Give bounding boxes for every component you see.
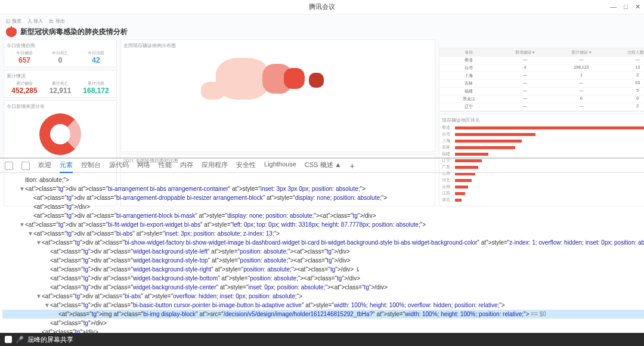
devtools-tab[interactable]: 网络	[137, 158, 150, 173]
sharer-name: 屈峰的屏幕共享	[27, 335, 73, 344]
table-header[interactable]: 新增确诊 ▾	[497, 50, 553, 55]
devtools-tab[interactable]: 性能	[159, 158, 172, 173]
map-title: 全国现存确诊病例分布图	[123, 42, 432, 49]
window-titlebar: 腾讯会议 — □ ✕	[0, 0, 644, 14]
kpi-value: 168,172	[78, 86, 114, 95]
table-row: 香港—————	[439, 57, 644, 64]
maximize-button[interactable]: □	[624, 3, 628, 11]
inspect-icon[interactable]	[5, 162, 13, 170]
dom-line[interactable]: ▼<at">class="tg">div at">class="bi-fit-w…	[2, 220, 644, 229]
table-header[interactable]: 治愈人数 ▾	[609, 50, 644, 55]
table-row: 辽宁——2——	[439, 103, 644, 111]
dom-line[interactable]: ▼<at">class="tg">div at">class="bi-basic…	[2, 301, 644, 310]
toolbar-item[interactable]: ◱ 预览	[6, 18, 21, 24]
bar-item: 台湾	[442, 131, 644, 137]
data-source: 数据来源: 中国国家卫生健康委员会官方数据	[439, 39, 644, 45]
table-header[interactable]: 累计确诊 ▾	[553, 50, 609, 55]
table-row: 福建——5——	[439, 88, 644, 95]
dom-line[interactable]: <at">class="tg">div at">class="widget-ba…	[2, 265, 644, 274]
bar-item: 福建	[442, 151, 644, 157]
kpi-label: 今日死亡	[42, 50, 78, 56]
devtools-tab[interactable]: 安全性	[236, 158, 256, 173]
toolbar-item[interactable]: 入 导入	[27, 18, 43, 24]
mic-icon[interactable]: 🎤	[16, 336, 24, 344]
bar-item: 香港	[442, 125, 644, 131]
toolbar-item[interactable]: 出 导出	[49, 18, 64, 24]
kpi-label: 累计治愈	[78, 81, 114, 86]
devtools-tab[interactable]: 控制台	[81, 158, 101, 173]
dom-line[interactable]: ▼<at">class="tg">div at">class="bi-abs" …	[2, 292, 644, 301]
kpi-value: 12,911	[42, 86, 78, 95]
devtools-tabs: 欢迎元素控制台源代码网络性能内存应用程序安全性LighthouseCSS 概述 …	[0, 159, 644, 173]
panel-map: 全国现存确诊病例分布图	[120, 39, 435, 152]
kpi-label: 今日确诊	[7, 50, 42, 56]
dom-line[interactable]: ition: absolute;">	[2, 175, 644, 184]
dashboard-title: 新型冠状病毒感染的肺炎疫情分析	[20, 27, 128, 37]
panel-title: 现存确诊地区排名	[442, 117, 644, 123]
dom-line[interactable]: <at">class="tg">div at">class="widget-ba…	[2, 274, 644, 283]
lungs-icon	[6, 27, 17, 37]
kpi-value: 42	[78, 56, 114, 64]
dashboard-title-row: 新型冠状病毒感染的肺炎疫情分析 2022-03-26 21:51:3	[4, 24, 644, 39]
dashboard-frame: ◱ 预览入 导入出 导出 新型冠状病毒感染的肺炎疫情分析 2022-03-26 …	[0, 14, 644, 157]
donut-chart	[39, 113, 81, 155]
bar-item: 上海	[442, 138, 644, 144]
device-icon[interactable]	[21, 162, 30, 170]
dom-tree[interactable]: ition: absolute;">▼<at">class="tg">div a…	[0, 173, 644, 346]
panel-title: 今日新增来源分布	[7, 103, 114, 110]
dom-line[interactable]: <at">class="tg">div at">class="widget-ba…	[2, 283, 644, 292]
add-tab-button[interactable]: +	[349, 161, 354, 171]
devtools-tab[interactable]: 源代码	[109, 158, 129, 173]
dom-line[interactable]: <at">class="tg">div at">class="bi-arrang…	[2, 211, 644, 220]
window-controls: — □ ✕	[610, 3, 640, 11]
kpi-label: 累计确诊	[7, 81, 42, 86]
devtools-tab[interactable]: 元素	[60, 158, 73, 173]
dashboard-toolbar: ◱ 预览入 导入出 导出	[4, 18, 644, 24]
table-header[interactable]: 省份	[441, 50, 497, 55]
table-row: 吉林——63——	[439, 80, 644, 88]
data-table: 省份新增确诊 ▾累计确诊 ▾治愈人数 ▾死亡人数 ▾本月新增 香港—————台湾…	[439, 48, 644, 112]
dom-line[interactable]: <at">class="tg">div at">class="widget-ba…	[2, 247, 644, 256]
panel-today: 今日疫情趋势 今日确诊657今日死亡0今日治愈42	[4, 39, 117, 67]
dom-line[interactable]: <at">class="tg">/div>	[2, 202, 644, 211]
kpi-value: 452,285	[7, 86, 42, 95]
bar-item: 吉林	[442, 144, 644, 150]
dom-line[interactable]: <at">class="tg">/div>	[2, 328, 644, 336]
dom-line[interactable]: <at">class="tg">div at">class="widget-ba…	[2, 256, 644, 265]
table-row: 上海—12——	[439, 72, 644, 80]
table-row: 黑龙江—600—	[439, 95, 644, 103]
devtools-tab[interactable]: 应用程序	[202, 158, 228, 173]
dom-line[interactable]: ▼<at">class="tg">div at">class="bi-arran…	[2, 184, 644, 193]
dom-line[interactable]: ▼<at">class="tg">div at">class="bi-show-…	[2, 238, 644, 247]
panel-total: 累计情况 累计确诊452,285累计死亡12,911累计治愈168,172	[4, 70, 117, 98]
kpi-label: 今日治愈	[78, 50, 114, 56]
window-title: 腾讯会议	[309, 2, 335, 11]
table-row: 台湾4198,1231301	[439, 64, 644, 72]
minimize-button[interactable]: —	[610, 3, 617, 11]
dom-line[interactable]: <at">class="tg">/div>	[2, 319, 644, 328]
devtools-tab[interactable]: CSS 概述 ▲	[305, 158, 342, 173]
kpi-label: 累计死亡	[42, 81, 78, 86]
devtools: 欢迎元素控制台源代码网络性能内存应用程序安全性LighthouseCSS 概述 …	[0, 157, 644, 346]
panel-title: 累计情况	[7, 73, 114, 79]
kpi-value: 0	[42, 56, 78, 64]
devtools-tab[interactable]: Lighthouse	[264, 158, 296, 173]
dom-line[interactable]: <at">class="tg">img at">class="bi-img di…	[2, 310, 644, 319]
avatar-icon	[5, 336, 12, 343]
devtools-tab[interactable]: 内存	[180, 158, 193, 173]
dom-line[interactable]: <at">class="tg">div at">class="bi-arrang…	[2, 193, 644, 202]
close-button[interactable]: ✕	[635, 3, 640, 11]
devtools-tab[interactable]: 欢迎	[38, 158, 51, 173]
map-canvas	[123, 49, 432, 109]
dom-line[interactable]: ▼<at">class="tg">div at">class="bi-abs" …	[2, 229, 644, 238]
kpi-value: 657	[7, 56, 42, 64]
panel-title: 今日疫情趋势	[7, 42, 114, 49]
